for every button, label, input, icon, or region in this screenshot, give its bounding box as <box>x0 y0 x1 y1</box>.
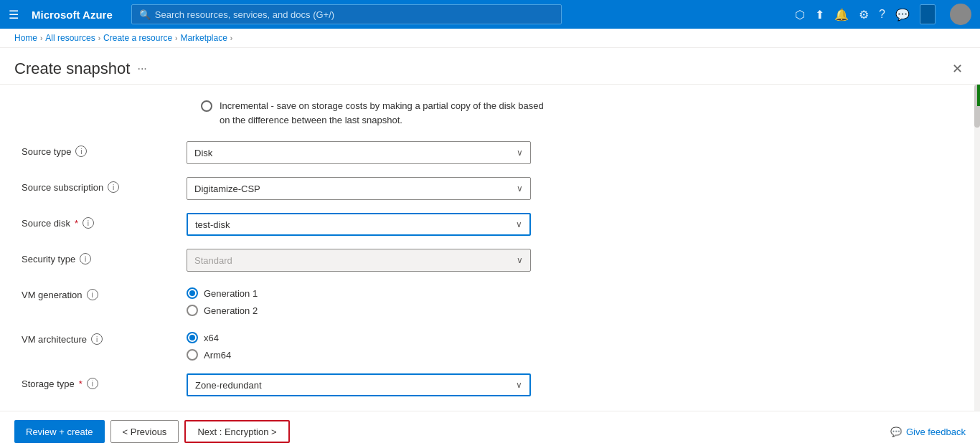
vm-architecture-radio-group: x64 Arm64 <box>187 329 531 361</box>
security-type-label: Security type i <box>22 249 179 264</box>
source-disk-info-icon[interactable]: i <box>83 217 94 229</box>
incremental-radio[interactable] <box>201 100 212 112</box>
vm-generation-radio-group: Generation 1 Generation 2 <box>187 285 531 316</box>
source-type-control: Disk ∨ <box>187 141 531 164</box>
vm-arch-option-arm64[interactable]: Arm64 <box>187 349 531 361</box>
source-disk-arrow: ∨ <box>516 219 522 229</box>
source-disk-row: Source disk * i test-disk ∨ <box>22 213 958 236</box>
source-type-arrow: ∨ <box>517 148 523 158</box>
source-type-dropdown[interactable]: Disk ∨ <box>187 141 531 164</box>
search-icon: 🔍 <box>139 9 151 20</box>
form-scroll-area: Incremental - save on storage costs by m… <box>0 85 980 411</box>
source-disk-control: test-disk ∨ <box>187 213 531 236</box>
scroll-green-indicator <box>977 85 980 106</box>
settings-icon[interactable]: ⚙ <box>859 8 869 22</box>
security-type-label-text: Security type <box>22 254 75 264</box>
breadcrumb-marketplace[interactable]: Marketplace <box>180 33 227 43</box>
storage-type-row: Storage type * i Zone-redundant ∨ <box>22 373 958 396</box>
vm-gen-label-2: Generation 2 <box>204 305 258 316</box>
next-encryption-button[interactable]: Next : Encryption > <box>184 420 289 443</box>
vm-gen-radio-1-inner <box>189 290 195 296</box>
storage-type-value: Zone-redundant <box>195 380 262 391</box>
security-type-row: Security type i Standard ∨ <box>22 249 958 272</box>
breadcrumb-create-resource[interactable]: Create a resource <box>103 33 172 43</box>
source-type-label-text: Source type <box>22 146 71 157</box>
source-disk-label: Source disk * i <box>22 213 179 229</box>
close-button[interactable]: ✕ <box>949 59 966 78</box>
vm-architecture-info-icon[interactable]: i <box>91 333 103 345</box>
breadcrumb-sep-1: › <box>40 34 42 42</box>
topnav-icons: ⬡ ⬆ 🔔 ⚙ ? 💬 <box>795 4 971 25</box>
source-subscription-info-icon[interactable]: i <box>108 181 119 193</box>
vm-arch-radio-x64-outer <box>187 332 198 343</box>
snapshot-desc-line2: on the difference between the last snaps… <box>220 115 402 125</box>
storage-type-required: * <box>79 378 83 389</box>
avatar[interactable] <box>950 4 971 25</box>
breadcrumb-sep-3: › <box>175 34 177 42</box>
search-bar[interactable]: 🔍 Search resources, services, and docs (… <box>131 4 562 24</box>
source-type-row: Source type i Disk ∨ <box>22 141 958 164</box>
main-container: Create snapshot ··· ✕ Incremental - save… <box>0 48 980 448</box>
snapshot-type-row: Incremental - save on storage costs by m… <box>22 99 958 127</box>
vm-arch-radio-x64-inner <box>189 335 195 340</box>
source-disk-value: test-disk <box>195 219 230 230</box>
vm-arch-option-x64[interactable]: x64 <box>187 332 531 343</box>
source-subscription-value: Digitamize-CSP <box>194 184 260 194</box>
source-subscription-label: Source subscription i <box>22 177 179 193</box>
vm-generation-label: VM generation i <box>22 285 179 300</box>
security-type-arrow: ∨ <box>517 255 523 265</box>
vm-generation-option-2[interactable]: Generation 2 <box>187 305 531 316</box>
breadcrumb-home[interactable]: Home <box>14 33 37 43</box>
storage-type-dropdown[interactable]: Zone-redundant ∨ <box>187 373 531 396</box>
vm-arch-label-x64: x64 <box>204 333 219 343</box>
storage-type-arrow: ∨ <box>516 380 522 390</box>
top-navigation: ☰ Microsoft Azure 🔍 Search resources, se… <box>0 0 980 29</box>
give-feedback-label: Give feedback <box>906 426 966 437</box>
more-options-icon[interactable]: ··· <box>137 62 146 75</box>
vm-generation-option-1[interactable]: Generation 1 <box>187 287 531 299</box>
vm-gen-label-1: Generation 1 <box>204 288 258 299</box>
source-type-label: Source type i <box>22 141 179 157</box>
source-disk-required: * <box>75 218 78 229</box>
source-subscription-dropdown[interactable]: Digitamize-CSP ∨ <box>187 177 531 200</box>
feedback-icon[interactable]: 💬 <box>895 8 910 22</box>
scrollbar[interactable] <box>974 85 980 411</box>
account-button[interactable] <box>920 4 936 24</box>
give-feedback-icon: 💬 <box>890 426 902 437</box>
source-type-value: Disk <box>194 148 212 158</box>
security-type-info-icon[interactable]: i <box>80 253 91 264</box>
vm-arch-radio-arm64-outer <box>187 349 198 361</box>
previous-button[interactable]: < Previous <box>110 420 179 443</box>
vm-generation-row: VM generation i Generation 1 Gen <box>22 285 958 316</box>
source-subscription-row: Source subscription i Digitamize-CSP ∨ <box>22 177 958 200</box>
breadcrumb-sep-4: › <box>230 34 232 42</box>
vm-gen-radio-1-outer <box>187 287 198 299</box>
page-header: Create snapshot ··· ✕ <box>0 48 980 85</box>
source-type-info-icon[interactable]: i <box>75 146 87 157</box>
cloud-shell-icon[interactable]: ⬡ <box>795 8 805 22</box>
breadcrumb-all-resources[interactable]: All resources <box>45 33 95 43</box>
vm-generation-info-icon[interactable]: i <box>87 289 98 300</box>
storage-type-label: Storage type * i <box>22 373 179 389</box>
hamburger-icon[interactable]: ☰ <box>9 8 19 22</box>
review-create-button[interactable]: Review + create <box>14 420 105 443</box>
source-disk-dropdown[interactable]: test-disk ∨ <box>187 213 531 236</box>
breadcrumb-sep-2: › <box>98 34 100 42</box>
page-title-row: Create snapshot ··· <box>14 59 147 78</box>
vm-gen-radio-2-outer <box>187 305 198 316</box>
page-title: Create snapshot <box>14 59 130 78</box>
upload-icon[interactable]: ⬆ <box>815 8 824 22</box>
storage-type-label-text: Storage type <box>22 378 75 389</box>
vm-architecture-label-text: VM architecture <box>22 334 87 345</box>
vm-arch-label-arm64: Arm64 <box>204 350 231 361</box>
form-section: Source type i Disk ∨ Source subscription… <box>22 141 958 396</box>
notifications-icon[interactable]: 🔔 <box>834 8 849 22</box>
brand-title: Microsoft Azure <box>32 9 113 21</box>
give-feedback-link[interactable]: 💬 Give feedback <box>890 426 966 437</box>
breadcrumb: Home › All resources › Create a resource… <box>0 29 980 48</box>
search-placeholder: Search resources, services, and docs (G+… <box>155 9 334 20</box>
storage-type-info-icon[interactable]: i <box>87 378 98 389</box>
help-icon[interactable]: ? <box>879 8 885 21</box>
source-subscription-arrow: ∨ <box>517 184 523 194</box>
snapshot-description: Incremental - save on storage costs by m… <box>220 99 544 127</box>
